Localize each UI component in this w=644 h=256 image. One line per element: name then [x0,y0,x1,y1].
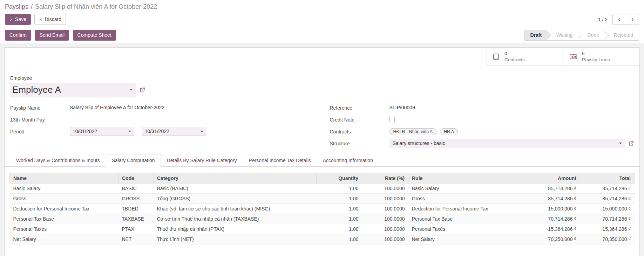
cell-code[interactable]: NET [118,234,154,244]
contract-tag[interactable]: HĐLĐ - Nhân viên A [389,128,437,135]
structure-external-link-button[interactable] [628,141,634,146]
cell-total[interactable]: -15,364,286 ₫ [580,224,635,234]
cell-code[interactable]: PTAX [118,224,154,234]
column-header-amount[interactable]: Amount [524,173,580,184]
pager-previous-button[interactable]: ‹ [612,14,626,25]
credit-note-checkbox[interactable] [389,117,395,122]
compute-sheet-button[interactable]: Compute Sheet [73,30,116,41]
employee-input[interactable]: Employee A [10,83,136,97]
thirteenth-month-checkbox[interactable] [70,117,75,122]
cell-category[interactable]: Thực Lĩnh (NET) [154,234,317,244]
cell-total[interactable]: 70,350,000 ₫ [580,234,635,244]
table-row[interactable]: Net SalaryNETThực Lĩnh (NET)1.00100.0000… [10,234,635,244]
tab-personal-income-tax-details[interactable]: Personal Income Tax Details [243,154,317,167]
cell-amount[interactable]: 85,714,286 ₫ [524,194,580,204]
cell-code[interactable]: BASIC [118,184,154,194]
cell-amount[interactable]: 70,350,000 ₫ [524,234,580,244]
payslip-name-input[interactable]: Salary Slip of Employee A for October-20… [70,104,314,112]
table-row[interactable]: Personal Tax BaseTAXBASECơ sở tính Thuế … [10,214,635,224]
table-row[interactable]: Deduction for Personal Income TaxTBDEDKh… [10,204,635,214]
cell-name[interactable]: Gross [10,194,118,204]
confirm-button[interactable]: Confirm [5,30,31,41]
cell-rule[interactable]: Gross [408,194,524,204]
cell-quantity[interactable]: 1.00 [317,224,362,234]
cell-quantity[interactable]: 1.00 [317,184,362,194]
reference-input[interactable]: SLIP/00009 [389,104,634,112]
column-header-rule[interactable]: Rule [408,173,524,184]
discard-button-label: Discard [45,16,61,22]
tab-worked-days-contributions-inputs[interactable]: Worked Days & Contributions & Inputs [10,154,106,167]
status-step-draft[interactable]: Draft [524,30,547,40]
table-row[interactable]: GrossGROSSTổng (GROSS)1.00100.0000Gross8… [10,194,635,204]
cell-name[interactable]: Personal Tax Base [10,214,118,224]
cell-total[interactable]: 85,714,286 ₫ [580,194,635,204]
cell-rate[interactable]: 100.0000 [362,224,408,234]
cell-amount[interactable]: -15,364,286 ₫ [524,224,580,234]
cell-name[interactable]: Deduction for Personal Income Tax [10,204,118,214]
stat-button-contracts[interactable]: 0 Contracts [487,48,563,66]
cell-category[interactable]: Basic (BASIC) [154,184,317,194]
column-header-quantity[interactable]: Quantity [317,173,362,184]
period-from-input[interactable]: 10/01/2022 [70,127,134,136]
cell-code[interactable]: GROSS [118,194,154,204]
cell-quantity[interactable]: 1.00 [317,204,362,214]
table-row[interactable]: Personal TaxésPTAXThuế thu nhập cá nhân … [10,224,635,234]
content-area: 0 Contracts 6 Payslip Lines [0,43,644,256]
column-header-code[interactable]: Code [118,173,154,184]
control-panel: Payslips/Salary Slip of Nhân viên A for … [0,0,644,28]
cell-name[interactable]: Personal Taxés [10,224,118,234]
column-header-total[interactable]: Total [580,173,635,184]
cell-quantity[interactable]: 1.00 [317,194,362,204]
column-header-rate[interactable]: Rate (%) [362,173,408,184]
cell-rate[interactable]: 100.0000 [362,214,408,224]
cell-rule[interactable]: Personal Tax Base [408,214,524,224]
cell-rule[interactable]: Personal Taxés [408,224,524,234]
thirteenth-month-field: 13th-Month Pay [10,115,314,124]
cell-rule[interactable]: Deduction for Personal Income Tax [408,204,524,214]
tab-details-by-salary-rule-category[interactable]: Details By Salary Rule Category [161,154,243,167]
cell-rate[interactable]: 100.0000 [362,184,408,194]
discard-button[interactable]: ✕Discard [34,14,66,25]
cell-amount[interactable]: 15,000,000 ₫ [524,204,580,214]
column-header-name[interactable]: Name [10,173,118,184]
breadcrumb-payslips-link[interactable]: Payslips [5,3,28,10]
contracts-label: Contracts [330,129,389,134]
cell-category[interactable]: Khác (vd: làm cơ sở cho các tính toán kh… [154,204,317,214]
cell-rate[interactable]: 100.0000 [362,234,408,244]
cell-total[interactable]: 15,000,000 ₫ [580,204,635,214]
payslip-lines-label: Payslip Lines [582,57,610,63]
stat-button-payslip-lines[interactable]: 6 Payslip Lines [563,48,639,66]
cell-total[interactable]: 85,714,286 ₫ [580,184,635,194]
save-button[interactable]: ✓Save [5,14,31,25]
cell-code[interactable]: TBDED [118,204,154,214]
period-to-input[interactable]: 10/31/2022 [142,127,206,136]
status-step-rejected[interactable]: Rejected [605,30,639,40]
cell-name[interactable]: Net Salary [10,234,118,244]
cell-rate[interactable]: 100.0000 [362,204,408,214]
tab-accounting-information[interactable]: Accounting Information [317,154,379,167]
cell-quantity[interactable]: 1.00 [317,234,362,244]
cell-name[interactable]: Basic Salary [10,184,118,194]
save-button-label: Save [15,16,26,22]
cell-amount[interactable]: 70,714,286 ₫ [524,214,580,224]
structure-input[interactable]: Salary structures - basic [389,139,625,148]
cell-code[interactable]: TAXBASE [118,214,154,224]
cell-rate[interactable]: 100.0000 [362,194,408,204]
cell-amount[interactable]: 85,714,286 ₫ [524,184,580,194]
column-header-category[interactable]: Category [154,173,317,184]
cell-total[interactable]: 70,714,286 ₫ [580,214,635,224]
contract-tag[interactable]: HĐ A [440,128,458,135]
cell-rule[interactable]: Net Salary [408,234,524,244]
table-row[interactable]: Basic SalaryBASICBasic (BASIC)1.00100.00… [10,184,635,194]
tab-salary-computation[interactable]: Salary Computation [106,154,161,167]
send-email-button[interactable]: Send Email [35,30,69,41]
cell-category[interactable]: Cơ sở tính Thuế thu nhập cá nhân (TAXBAS… [154,214,317,224]
employee-external-link-button[interactable] [139,87,145,93]
status-step-waiting[interactable]: Waiting [547,30,578,40]
cell-category[interactable]: Thuế thu nhập cá nhân (PTAX) [154,224,317,234]
cell-rule[interactable]: Basic Salary [408,184,524,194]
cell-quantity[interactable]: 1.00 [317,214,362,224]
pager-next-button[interactable]: › [626,14,639,25]
cell-category[interactable]: Tổng (GROSS) [154,194,317,204]
breadcrumb-current: Salary Slip of Nhân viên A for October-2… [35,3,157,10]
